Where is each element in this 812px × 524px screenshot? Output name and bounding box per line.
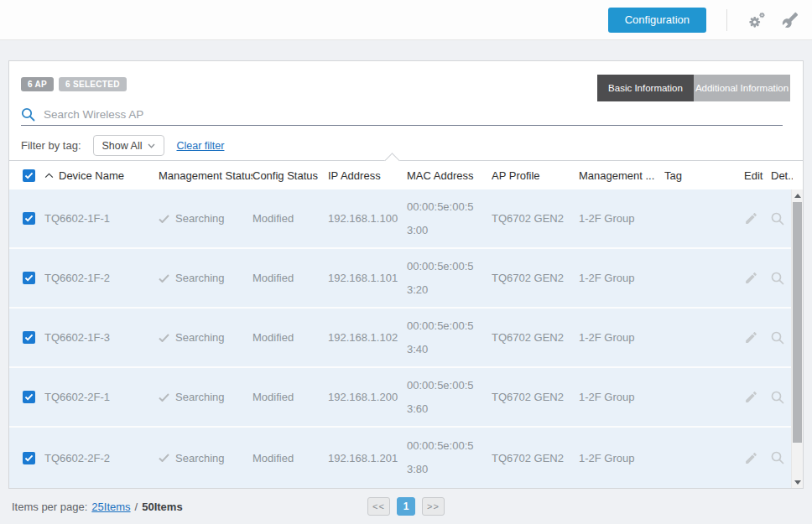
edit-pencil-icon[interactable] [744,390,758,404]
header-ap-profile[interactable]: AP Profile [492,169,579,182]
header-management-status[interactable]: Management Status [159,169,252,182]
search-input[interactable] [44,108,783,121]
table-row: TQ6602-1F-3 Searching Modified 192.168.1… [9,309,803,368]
row-checkbox[interactable] [23,331,35,344]
ap-profile: TQ6702 GEN2 [492,212,579,225]
device-name: TQ6602-1F-2 [44,272,159,284]
config-status: Modified [252,331,328,344]
ap-profile: TQ6702 GEN2 [492,452,579,464]
ip-address: 192.168.1.102 [328,331,407,344]
count-badges: 6 AP 6 SELECTED [21,77,127,91]
previous-page-button[interactable]: << [367,497,390,516]
status-check-icon [159,454,169,462]
tab-additional-information[interactable]: Additional Information [694,75,790,101]
config-status: Modified [252,391,328,403]
config-status: Modified [252,452,328,464]
items-per-page-label: Items per page: [12,501,87,513]
management-status: Searching [159,391,252,403]
table-scrollbar [791,189,803,488]
status-check-icon [159,274,169,283]
edit-pencil-icon[interactable] [744,211,758,226]
settings-gears-icon[interactable] [747,11,766,29]
mac-address: 00:00:5e:00:53:20 [407,255,492,302]
management-group: 1-2F Group [579,272,664,284]
search-bar [21,103,783,126]
header-management-group[interactable]: Management ... [579,169,664,182]
ip-address: 192.168.1.201 [328,452,407,464]
table-row: TQ6602-2F-2 Searching Modified 192.168.1… [9,428,803,488]
footer: Items per page: 25Items / 50Items << 1 >… [0,489,812,524]
status-check-icon [159,215,169,223]
device-name: TQ6602-2F-1 [44,391,159,403]
management-group: 1-2F Group [579,212,664,225]
detail-magnifier-icon[interactable] [771,451,784,464]
device-name: TQ6602-2F-2 [44,452,159,464]
row-checkbox[interactable] [23,212,35,225]
pagination: << 1 >> [367,497,445,516]
items-25-link[interactable]: 25Items [91,501,130,513]
header-config-status[interactable]: Config Status [252,169,328,182]
topbar: Configuration [0,0,812,40]
select-all-checkbox[interactable] [23,169,35,182]
header-device-name[interactable]: Device Name [44,169,159,182]
ap-profile: TQ6702 GEN2 [492,272,579,284]
status-check-icon [159,393,169,402]
items-per-page: Items per page: 25Items / 50Items [12,501,183,513]
ap-profile: TQ6702 GEN2 [492,391,579,403]
wrench-icon[interactable] [781,11,799,29]
detail-magnifier-icon[interactable] [771,331,784,345]
scrollbar-down-arrow[interactable] [792,476,803,488]
tag-filter-dropdown[interactable]: Show All [93,135,165,156]
table-row: TQ6602-2F-1 Searching Modified 192.168.1… [9,368,803,428]
configuration-button[interactable]: Configuration [608,8,706,33]
detail-magnifier-icon[interactable] [771,212,784,226]
detail-magnifier-icon[interactable] [771,272,784,285]
header-tag: Tag [664,169,744,182]
items-50-selected: 50Items [142,501,182,513]
scrollbar-thumb[interactable] [793,202,802,443]
edit-pencil-icon[interactable] [744,451,758,465]
table-header: Device Name Management Status Config Sta… [9,160,803,189]
filter-row: Filter by tag: Show All Clear filter [21,135,224,156]
ip-address: 192.168.1.101 [328,272,407,284]
config-status: Modified [252,272,328,284]
management-status: Searching [159,272,252,284]
info-tabs: Basic Information Additional Information [597,75,790,101]
device-name: TQ6602-1F-3 [44,331,159,344]
edit-pencil-icon[interactable] [744,271,758,285]
management-group: 1-2F Group [579,452,664,464]
config-status: Modified [252,212,328,225]
mac-address: 00:00:5e:00:53:80 [407,434,492,481]
row-checkbox[interactable] [23,452,35,464]
management-group: 1-2F Group [579,331,664,344]
mac-address: 00:00:5e:00:53:60 [407,374,492,421]
mac-address: 00:00:5e:00:53:00 [407,195,492,242]
current-page-button[interactable]: 1 [397,497,415,516]
row-checkbox[interactable] [23,391,35,403]
clear-filter-link[interactable]: Clear filter [176,140,224,152]
status-check-icon [159,334,169,342]
ip-address: 192.168.1.200 [328,391,407,403]
tab-basic-information[interactable]: Basic Information [597,75,694,101]
ap-profile: TQ6702 GEN2 [492,331,579,344]
edit-pencil-icon[interactable] [744,330,758,345]
management-status: Searching [159,212,252,225]
header-ip-address[interactable]: IP Address [328,169,407,182]
mac-address: 00:00:5e:00:53:40 [407,314,492,361]
items-separator: / [135,501,138,513]
wireless-ap-panel: 6 AP 6 SELECTED Basic Information Additi… [8,60,804,489]
management-group: 1-2F Group [579,391,664,403]
topbar-divider [726,9,727,31]
next-page-button[interactable]: >> [422,497,445,516]
header-mac-address[interactable]: MAC Address [407,169,492,182]
chevron-down-icon [148,143,155,148]
device-name: TQ6602-1F-1 [44,212,159,225]
row-checkbox[interactable] [23,272,35,284]
detail-magnifier-icon[interactable] [771,391,784,404]
ip-address: 192.168.1.100 [328,212,407,225]
management-status: Searching [159,331,252,344]
selected-count-badge: 6 SELECTED [59,77,127,91]
scrollbar-up-arrow[interactable] [792,189,803,201]
ap-count-badge: 6 AP [21,77,54,91]
table-row: TQ6602-1F-1 Searching Modified 192.168.1… [9,189,803,249]
